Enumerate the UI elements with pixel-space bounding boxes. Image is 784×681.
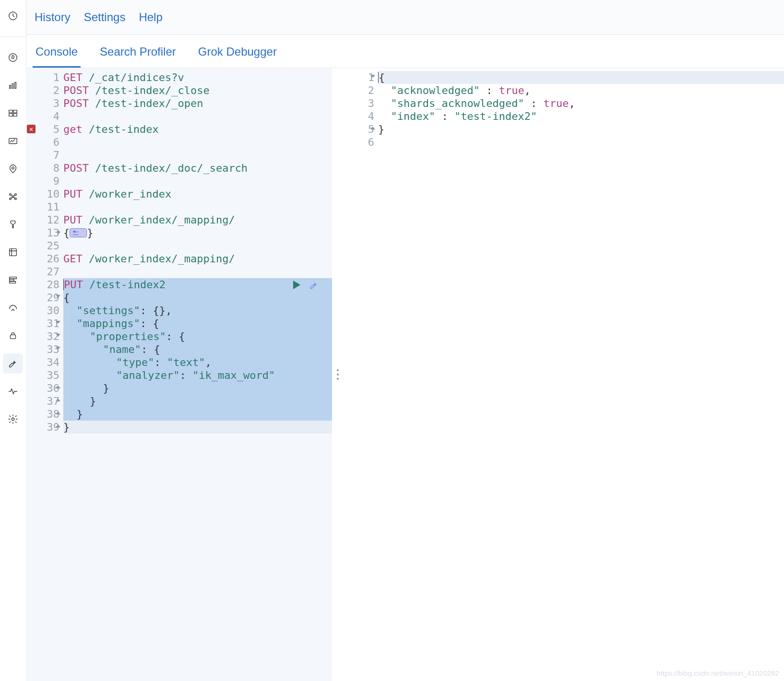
response-code: { "acknowledged" : true, "shards_acknowl… bbox=[374, 68, 784, 152]
code-line: "shards_acknowledged" : true, bbox=[378, 97, 784, 110]
dashboard-icon[interactable] bbox=[3, 75, 23, 95]
code-line[interactable] bbox=[63, 136, 332, 149]
clock-icon[interactable] bbox=[3, 6, 23, 26]
code-line: "acknowledged" : true, bbox=[378, 84, 784, 97]
code-line: "index" : "test-index2" bbox=[378, 110, 784, 123]
svg-rect-8 bbox=[13, 114, 17, 117]
svg-rect-2 bbox=[10, 85, 11, 88]
code-line[interactable]: "settings": {}, bbox=[63, 304, 332, 317]
siem-icon[interactable] bbox=[3, 326, 23, 346]
topbar-link-history[interactable]: History bbox=[35, 11, 71, 24]
tab-search-profiler[interactable]: Search Profiler bbox=[97, 45, 179, 68]
metrics-icon[interactable] bbox=[3, 242, 23, 262]
svg-rect-20 bbox=[11, 335, 16, 339]
svg-point-10 bbox=[12, 167, 14, 169]
left-nav-rail bbox=[0, 0, 26, 681]
code-line[interactable] bbox=[63, 200, 332, 213]
management-icon[interactable] bbox=[3, 409, 23, 429]
code-line[interactable]: PUT /worker_index bbox=[63, 188, 332, 200]
svg-rect-5 bbox=[9, 110, 12, 113]
code-line: { bbox=[378, 71, 784, 84]
svg-point-21 bbox=[12, 418, 14, 421]
code-line[interactable]: "properties": { bbox=[63, 330, 332, 343]
code-line[interactable]: get /test-index bbox=[63, 123, 332, 136]
editor-splitter[interactable] bbox=[332, 68, 344, 681]
topbar-link-settings[interactable]: Settings bbox=[84, 11, 126, 24]
error-badge-icon: ✕ bbox=[27, 125, 36, 133]
svg-rect-6 bbox=[13, 110, 17, 113]
svg-rect-17 bbox=[10, 277, 17, 279]
monitoring-icon[interactable] bbox=[3, 381, 23, 401]
code-line[interactable]: POST /test-index/_open bbox=[63, 97, 332, 110]
code-line[interactable] bbox=[63, 239, 332, 252]
code-line[interactable]: } bbox=[63, 395, 332, 408]
code-line[interactable]: {} bbox=[63, 226, 332, 239]
code-line[interactable]: "mappings": { bbox=[63, 317, 332, 330]
panels-icon[interactable] bbox=[3, 103, 23, 123]
code-line[interactable] bbox=[63, 175, 332, 188]
tab-bar: Console Search Profiler Grok Debugger bbox=[26, 35, 784, 68]
code-line[interactable] bbox=[63, 110, 332, 123]
ml-icon[interactable] bbox=[3, 214, 23, 235]
code-line bbox=[378, 136, 784, 149]
svg-rect-18 bbox=[10, 279, 14, 281]
code-line[interactable]: PUT /test-index2 bbox=[63, 278, 332, 291]
svg-point-1 bbox=[9, 54, 17, 62]
tab-console[interactable]: Console bbox=[33, 45, 81, 68]
request-code[interactable]: GET /_cat/indices?vPOST /test-index/_clo… bbox=[59, 68, 332, 436]
code-line[interactable]: GET /_cat/indices?v bbox=[63, 71, 332, 84]
response-editor[interactable]: 123456 { "acknowledged" : true, "shards_… bbox=[344, 68, 784, 681]
code-line[interactable]: "type": "text", bbox=[63, 356, 332, 369]
run-request-button[interactable] bbox=[293, 281, 300, 289]
graph-icon[interactable] bbox=[3, 187, 23, 207]
top-bar: History Settings Help bbox=[26, 0, 784, 35]
svg-rect-4 bbox=[15, 82, 16, 89]
svg-rect-16 bbox=[10, 249, 17, 256]
code-line[interactable]: "name": { bbox=[63, 343, 332, 356]
code-line[interactable]: GET /worker_index/_mapping/ bbox=[63, 252, 332, 265]
code-line: } bbox=[378, 123, 784, 136]
response-gutter: 123456 bbox=[344, 68, 379, 681]
visualize-icon[interactable] bbox=[3, 131, 23, 151]
uptime-icon[interactable] bbox=[3, 298, 23, 318]
code-line[interactable]: { bbox=[63, 291, 332, 304]
svg-rect-7 bbox=[9, 114, 12, 117]
code-line[interactable]: } bbox=[63, 421, 332, 434]
request-gutter: 1234✕56789101112132526272829303132333435… bbox=[26, 68, 64, 681]
code-line[interactable]: POST /test-index/_close bbox=[63, 84, 332, 97]
code-line[interactable]: POST /test-index/_doc/_search bbox=[63, 162, 332, 175]
code-line[interactable]: } bbox=[63, 408, 332, 421]
svg-rect-19 bbox=[10, 282, 16, 283]
tab-grok-debugger[interactable]: Grok Debugger bbox=[195, 45, 280, 68]
main-area: History Settings Help Console Search Pro… bbox=[26, 0, 784, 681]
devtools-icon[interactable] bbox=[3, 353, 23, 374]
svg-rect-3 bbox=[12, 83, 13, 88]
editors-row: 1234✕56789101112132526272829303132333435… bbox=[26, 68, 784, 681]
watermark-text: https://blog.csdn.net/weixin_41020282 bbox=[657, 669, 779, 677]
code-line[interactable]: "analyzer": "ik_max_word" bbox=[63, 369, 332, 382]
code-line[interactable] bbox=[63, 265, 332, 278]
folded-region-icon[interactable] bbox=[70, 228, 87, 237]
topbar-link-help[interactable]: Help bbox=[139, 11, 162, 24]
rail-separator bbox=[0, 36, 26, 37]
request-editor[interactable]: 1234✕56789101112132526272829303132333435… bbox=[26, 68, 332, 681]
code-line[interactable]: PUT /worker_index/_mapping/ bbox=[63, 213, 332, 226]
code-line[interactable] bbox=[63, 149, 332, 162]
apm-icon[interactable] bbox=[3, 270, 23, 290]
map-pin-icon[interactable] bbox=[3, 159, 23, 179]
compass-icon[interactable] bbox=[3, 47, 23, 68]
code-line[interactable]: } bbox=[63, 382, 332, 395]
request-options-icon[interactable] bbox=[309, 280, 319, 290]
